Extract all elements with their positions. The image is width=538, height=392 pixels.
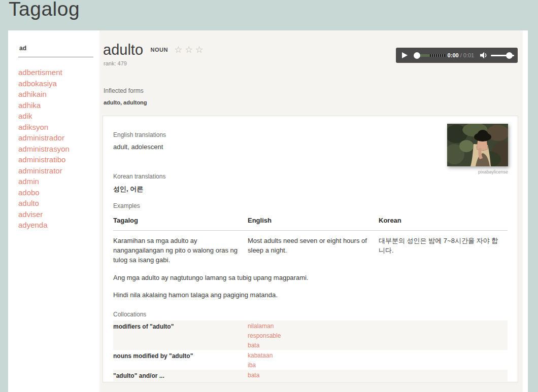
- list-item: administratibo: [18, 154, 70, 165]
- column-header-korean: Korean: [379, 213, 508, 231]
- collocation-row: modifiers of "adulto" nilalaman responsa…: [113, 320, 508, 350]
- sidebar-item-administrasyon[interactable]: administrasyon: [18, 145, 70, 153]
- list-item: administrasyon: [18, 144, 70, 155]
- sidebar-item-administratibo[interactable]: administratibo: [18, 155, 65, 164]
- korean-translations-value: 성인, 어른: [113, 185, 508, 194]
- collocation-row: nouns modified by "adulto" kabataan iba: [113, 350, 508, 370]
- column-header-english: English: [248, 213, 379, 231]
- table-row: Hindi nila akalaing hamon talaga ang pag…: [113, 285, 508, 303]
- sidebar-item-adyenda[interactable]: adyenda: [18, 221, 48, 229]
- duration: 0:01: [463, 52, 474, 58]
- collocations-label: Collocations: [113, 311, 508, 318]
- entry-card: pixabaylicense English translations adul…: [103, 116, 518, 382]
- current-time: 0:00: [448, 52, 459, 58]
- examples-label: Examples: [113, 202, 508, 209]
- list-item: admin: [18, 176, 70, 187]
- example-tagalog: Hindi nila akalaing hamon talaga ang pag…: [113, 285, 508, 303]
- sidebar-item-adobo[interactable]: adobo: [18, 188, 40, 197]
- sidebar-item-adiksyon[interactable]: adiksyon: [18, 123, 48, 131]
- star-icon[interactable]: ☆: [174, 45, 182, 55]
- sidebar-item-adbertisment[interactable]: adbertisment: [18, 68, 62, 77]
- list-item: adhikain: [18, 89, 70, 100]
- sidebar-item-adhika[interactable]: adhika: [18, 101, 41, 110]
- list-item: adulto: [18, 198, 70, 209]
- collocation-link[interactable]: nilalaman: [248, 321, 508, 331]
- list-item: adbokasiya: [18, 78, 70, 89]
- collocation-link[interactable]: iba: [248, 360, 508, 370]
- list-item: adobo: [18, 187, 70, 198]
- list-item: administrador: [18, 132, 70, 144]
- rating-stars: ☆ ☆ ☆: [174, 46, 203, 54]
- list-item: administrator: [18, 165, 70, 176]
- audio-player: 0:00 / 0:01: [396, 48, 518, 63]
- sidebar-item-adik[interactable]: adik: [18, 112, 32, 120]
- rank-label: rank: 479: [104, 60, 127, 66]
- collocation-links: kabataan iba: [248, 350, 508, 370]
- sidebar-item-adviser[interactable]: adviser: [18, 210, 43, 219]
- list-item: adik: [18, 111, 70, 122]
- collocation-link[interactable]: bata: [248, 370, 508, 380]
- star-icon[interactable]: ☆: [185, 45, 193, 55]
- collocation-link[interactable]: bata: [248, 340, 508, 350]
- example-tagalog: Ang mga adulto ay nagtutungo lamang sa t…: [113, 268, 508, 286]
- list-item: adiksyon: [18, 122, 70, 133]
- collocations-table: modifiers of "adulto" nilalaman responsa…: [113, 320, 508, 381]
- inflected-forms-label: Inflected forms: [104, 87, 144, 94]
- speaker-icon[interactable]: [480, 52, 488, 59]
- progress-slider[interactable]: [414, 52, 443, 59]
- search-input[interactable]: [18, 43, 93, 57]
- collocation-links: nilalaman responsable bata: [248, 320, 508, 350]
- collocation-type: "adulto" and/or ...: [113, 370, 248, 381]
- collocation-link[interactable]: responsable: [248, 331, 508, 340]
- star-icon[interactable]: ☆: [195, 45, 204, 55]
- volume-slider[interactable]: [491, 52, 513, 59]
- headword-row: adulto NOUN ☆ ☆ ☆: [103, 42, 204, 58]
- headword: adulto: [103, 42, 143, 58]
- column-header-tagalog: Tagalog: [113, 213, 248, 231]
- part-of-speech-label: NOUN: [150, 47, 167, 53]
- list-item: adviser: [18, 209, 70, 220]
- examples-table: Tagalog English Korean Karamihan sa mga …: [113, 213, 508, 303]
- time-display: 0:00 / 0:01: [448, 52, 475, 58]
- example-english: Most adults need seven or eight hours of…: [248, 231, 379, 268]
- collocation-links: bata: [248, 370, 508, 381]
- list-item: adbertisment: [18, 67, 70, 78]
- progress-knob-icon[interactable]: [414, 52, 420, 59]
- examples-header-row: Tagalog English Korean: [113, 213, 508, 231]
- play-button[interactable]: [402, 52, 408, 58]
- photo-box: pixabaylicense: [447, 124, 508, 175]
- sidebar-item-administrador[interactable]: administrador: [18, 133, 64, 142]
- collocation-type: modifiers of "adulto": [113, 320, 248, 350]
- collocation-type: nouns modified by "adulto": [113, 350, 248, 370]
- sidebar-item-administrator[interactable]: administrator: [18, 166, 62, 175]
- inflected-forms-value: adulto, adultong: [104, 99, 147, 105]
- time-separator: /: [460, 52, 462, 58]
- content-panel: adbertisment adbokasiya adhikain adhika …: [8, 30, 528, 392]
- example-tagalog: Karamihan sa mga adulto ay nangangailang…: [113, 231, 248, 268]
- sidebar-item-adulto[interactable]: adulto: [18, 199, 39, 207]
- list-item: adhika: [18, 100, 70, 111]
- sidebar-item-adbokasiya[interactable]: adbokasiya: [18, 79, 57, 88]
- photo-license-link[interactable]: pixabaylicense: [478, 169, 508, 174]
- example-korean: 대부분의 성인은 밤에 7~8시간을 자야 합니다.: [379, 231, 508, 268]
- sidebar: adbertisment adbokasiya adhikain adhika …: [8, 30, 99, 392]
- sidebar-item-adhikain[interactable]: adhikain: [18, 90, 47, 98]
- collocation-link[interactable]: kabataan: [248, 350, 508, 360]
- entry-photo[interactable]: [447, 124, 508, 166]
- entry-main: adulto NOUN ☆ ☆ ☆ rank: 479 0:00 / 0:01: [99, 30, 523, 392]
- page-title: Tagalog: [9, 0, 80, 20]
- collocation-row: "adulto" and/or ... bata: [113, 370, 508, 381]
- word-list: adbertisment adbokasiya adhikain adhika …: [18, 67, 70, 231]
- table-row: Karamihan sa mga adulto ay nangangailang…: [113, 231, 508, 268]
- volume-knob-icon[interactable]: [506, 52, 513, 59]
- list-item: adyenda: [18, 220, 70, 231]
- sidebar-item-admin[interactable]: admin: [18, 177, 39, 186]
- table-row: Ang mga adulto ay nagtutungo lamang sa t…: [113, 268, 508, 286]
